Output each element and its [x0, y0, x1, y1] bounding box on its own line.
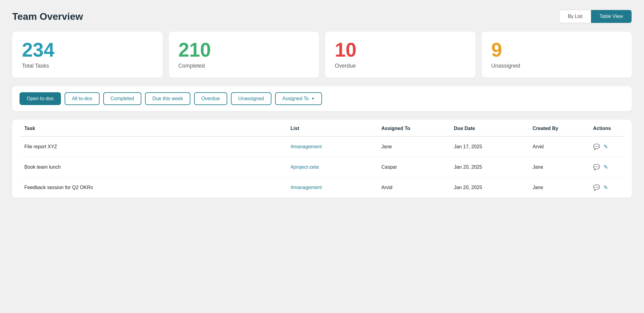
list-link[interactable]: #management — [291, 185, 322, 190]
stat-number-unassigned: 9 — [491, 40, 622, 60]
filter-all-todos[interactable]: All to-dos — [65, 92, 100, 105]
comment-button[interactable]: 💬 — [593, 164, 600, 171]
table-row: Feedback session for Q2 OKRs #management… — [19, 178, 625, 198]
task-due-date: Jan 20, 2025 — [449, 157, 528, 178]
task-created-by: Jane — [528, 178, 588, 198]
stat-label-total-tasks: Total Tasks — [22, 63, 153, 69]
task-due-date: Jan 17, 2025 — [449, 136, 528, 157]
actions-cell: 💬 ✎ — [593, 164, 620, 171]
edit-button[interactable]: ✎ — [603, 164, 608, 171]
task-name: Feedback session for Q2 OKRs — [19, 178, 286, 198]
task-name: Book team lunch — [19, 157, 286, 178]
stat-card-total-tasks: 234 Total Tasks — [12, 32, 163, 78]
stat-card-overdue: 10 Overdue — [325, 32, 476, 78]
stat-number-total-tasks: 234 — [22, 40, 153, 60]
edit-button[interactable]: ✎ — [603, 184, 608, 191]
actions-cell: 💬 ✎ — [593, 143, 620, 150]
table-header-row: Task List Assigned To Due Date Created B… — [19, 120, 625, 136]
table-row: Book team lunch #project-zeta Caspar Jan… — [19, 157, 625, 178]
task-list: #management — [286, 136, 377, 157]
col-header-assigned-to: Assigned To — [377, 120, 449, 136]
task-actions: 💬 ✎ — [588, 136, 625, 157]
task-created-by: Jane — [528, 157, 588, 178]
col-header-due-date: Due Date — [449, 120, 528, 136]
edit-icon: ✎ — [603, 144, 608, 150]
list-link[interactable]: #management — [291, 144, 322, 149]
stat-number-completed: 210 — [179, 40, 310, 60]
task-name: File report XYZ — [19, 136, 286, 157]
view-toggle: By List Table View — [559, 10, 632, 23]
col-header-created-by: Created By — [528, 120, 588, 136]
edit-icon: ✎ — [603, 185, 608, 191]
chat-icon: 💬 — [593, 144, 600, 150]
filter-assigned-to[interactable]: Assigned To ▼ — [275, 92, 322, 105]
task-table-container: Task List Assigned To Due Date Created B… — [12, 120, 632, 198]
col-header-actions: Actions — [588, 120, 625, 136]
task-assigned-to: Jane — [377, 136, 449, 157]
edit-icon: ✎ — [603, 164, 608, 170]
task-created-by: Arvid — [528, 136, 588, 157]
stat-number-overdue: 10 — [335, 40, 466, 60]
stat-cards: 234 Total Tasks 210 Completed 10 Overdue… — [12, 32, 632, 78]
filter-completed[interactable]: Completed — [103, 92, 141, 105]
chat-icon: 💬 — [593, 164, 600, 170]
by-list-button[interactable]: By List — [559, 10, 591, 23]
task-list: #management — [286, 178, 377, 198]
actions-cell: 💬 ✎ — [593, 184, 620, 191]
page-title: Team Overview — [12, 11, 83, 22]
page-header: Team Overview By List Table View — [12, 10, 632, 23]
stat-label-unassigned: Unassigned — [491, 63, 622, 69]
comment-button[interactable]: 💬 — [593, 143, 600, 150]
comment-button[interactable]: 💬 — [593, 184, 600, 191]
col-header-list: List — [286, 120, 377, 136]
stat-card-unassigned: 9 Unassigned — [482, 32, 632, 78]
table-row: File report XYZ #management Jane Jan 17,… — [19, 136, 625, 157]
filter-due-this-week[interactable]: Due this week — [145, 92, 190, 105]
dropdown-arrow-icon: ▼ — [311, 97, 315, 101]
filter-bar: Open to-dos All to-dos Completed Due thi… — [12, 86, 632, 111]
stat-label-completed: Completed — [179, 63, 310, 69]
task-assigned-to: Arvid — [377, 178, 449, 198]
task-actions: 💬 ✎ — [588, 178, 625, 198]
task-due-date: Jan 20, 2025 — [449, 178, 528, 198]
filter-open-todos[interactable]: Open to-dos — [19, 92, 61, 105]
edit-button[interactable]: ✎ — [603, 143, 608, 150]
chat-icon: 💬 — [593, 185, 600, 191]
task-list: #project-zeta — [286, 157, 377, 178]
table-view-button[interactable]: Table View — [591, 10, 632, 23]
stat-label-overdue: Overdue — [335, 63, 466, 69]
task-actions: 💬 ✎ — [588, 157, 625, 178]
task-assigned-to: Caspar — [377, 157, 449, 178]
task-table: Task List Assigned To Due Date Created B… — [19, 120, 625, 198]
list-link[interactable]: #project-zeta — [291, 164, 319, 170]
filter-unassigned[interactable]: Unassigned — [231, 92, 271, 105]
filter-overdue[interactable]: Overdue — [194, 92, 227, 105]
col-header-task: Task — [19, 120, 286, 136]
stat-card-completed: 210 Completed — [169, 32, 319, 78]
